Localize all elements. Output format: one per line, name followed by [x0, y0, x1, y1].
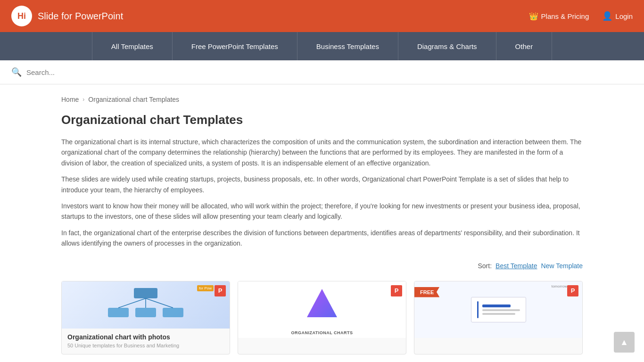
card2-background: ORGANIZATIONAL CHARTS: [238, 281, 406, 338]
main-nav: All Templates Free PowerPoint Templates …: [0, 32, 644, 60]
search-bar: 🔍: [0, 60, 644, 84]
logo-icon: Hi: [11, 6, 32, 26]
breadcrumb-separator: ›: [83, 96, 84, 103]
card1-forpow-badge: for Pow: [197, 285, 214, 291]
template-card-1[interactable]: for Pow P Organizational chart with phot…: [61, 281, 230, 354]
card3-line-3: [482, 313, 515, 315]
card1-title: Organizational chart with photos: [67, 333, 224, 341]
description-2: These slides are widely used while creat…: [61, 174, 583, 195]
logo-text: Slide for PowerPoint: [38, 11, 123, 22]
svg-line-6: [146, 298, 173, 308]
nav-item-all-templates[interactable]: All Templates: [92, 32, 173, 60]
chevron-up-icon: ▲: [620, 337, 628, 347]
breadcrumb-home[interactable]: Home: [61, 96, 79, 103]
card3-bar: [477, 301, 479, 318]
card2-preview: ORGANIZATIONAL CHARTS P: [238, 281, 406, 338]
svg-rect-1: [108, 308, 129, 317]
card2-p-badge: P: [391, 285, 402, 296]
svg-rect-3: [163, 308, 183, 317]
crown-icon: 👑: [529, 12, 538, 21]
card1-info: Organizational chart with photos 50 Uniq…: [62, 329, 230, 354]
page-title: Organizational chart Templates: [61, 113, 583, 127]
sort-best-template[interactable]: Best Template: [495, 262, 537, 270]
card2-triangle-icon: [303, 285, 341, 323]
sort-new-template[interactable]: New Template: [541, 262, 583, 270]
search-icon: 🔍: [11, 67, 22, 77]
sort-bar: Sort: Best Template New Template: [61, 255, 583, 277]
plans-pricing-label: Plans & Pricing: [541, 12, 589, 20]
login-label: Login: [615, 12, 633, 20]
card3-line-2: [482, 309, 520, 311]
header-actions: 👑 Plans & Pricing 👤 Login: [529, 11, 633, 21]
breadcrumb-current: Organizational chart Templates: [88, 96, 179, 103]
card3-line-title: [482, 304, 511, 307]
free-ribbon: FREE: [414, 287, 439, 297]
nav-item-diagrams[interactable]: Diagrams & Charts: [398, 32, 496, 60]
template-grid: for Pow P Organizational chart with phot…: [61, 281, 583, 354]
description-3: Investors want to know how their money w…: [61, 201, 583, 222]
svg-rect-2: [135, 308, 156, 317]
card3-ribbon-text: tomorrow: [552, 284, 567, 288]
main-content: Home › Organizational chart Templates Or…: [0, 84, 644, 362]
svg-marker-7: [307, 289, 337, 317]
header: Hi Slide for PowerPoint 👑 Plans & Pricin…: [0, 0, 644, 32]
card1-subtitle: 50 Unique templates for Business and Mar…: [67, 343, 224, 348]
template-card-2[interactable]: ORGANIZATIONAL CHARTS P: [238, 281, 406, 354]
scroll-top-button[interactable]: ▲: [614, 332, 635, 353]
sort-label: Sort:: [478, 262, 492, 270]
svg-rect-0: [134, 288, 157, 298]
login-button[interactable]: 👤 Login: [602, 11, 633, 21]
nav-items: All Templates Free PowerPoint Templates …: [92, 32, 552, 60]
plans-pricing-link[interactable]: 👑 Plans & Pricing: [529, 12, 589, 21]
nav-item-other[interactable]: Other: [496, 32, 553, 60]
card3-preview: FREE tomorrow P: [414, 281, 582, 338]
template-card-3[interactable]: FREE tomorrow P: [414, 281, 583, 354]
card3-doc: [471, 297, 526, 322]
search-input[interactable]: [26, 68, 633, 76]
nav-item-free-ppt[interactable]: Free PowerPoint Templates: [173, 32, 297, 60]
logo[interactable]: Hi Slide for PowerPoint: [11, 6, 123, 26]
user-icon: 👤: [602, 11, 612, 21]
card1-p-badge: P: [215, 285, 226, 296]
card3-lines: [482, 304, 520, 315]
svg-line-4: [118, 298, 146, 308]
description-1: The organizational chart is its internal…: [61, 137, 583, 168]
description-4: In fact, the organizational chart of the…: [61, 228, 583, 249]
nav-item-business[interactable]: Business Templates: [297, 32, 398, 60]
card1-chart-icon: [103, 286, 188, 324]
card1-preview: for Pow P: [62, 281, 230, 329]
breadcrumb: Home › Organizational chart Templates: [61, 96, 583, 103]
card2-label: ORGANIZATIONAL CHARTS: [291, 330, 353, 335]
card3-p-badge: P: [567, 285, 578, 296]
